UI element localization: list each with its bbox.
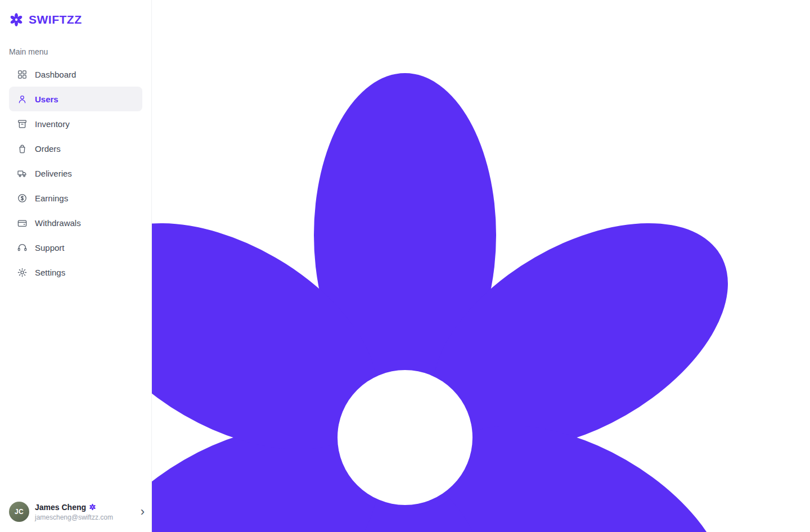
sidebar-item-label: Deliveries [35, 169, 72, 178]
user-icon [17, 94, 28, 105]
sidebar-nav: Dashboard Users Inventory Orders Deliver… [0, 62, 151, 285]
sidebar-section-label: Main menu [0, 33, 151, 62]
sidebar-item-settings[interactable]: Settings [9, 260, 142, 285]
archive-box-icon [17, 119, 28, 129]
sidebar-item-label: Earnings [35, 193, 68, 203]
sidebar-item-support[interactable]: Support [9, 235, 142, 260]
sidebar-item-inventory[interactable]: Inventory [9, 111, 142, 136]
sidebar-item-label: Dashboard [35, 70, 76, 79]
sidebar-item-withdrawals[interactable]: Withdrawals [9, 210, 142, 235]
sidebar-item-label: Withdrawals [35, 218, 81, 228]
avatar: JC [9, 502, 29, 522]
dashboard-icon [17, 69, 28, 80]
sidebar-item-label: Users [35, 94, 58, 104]
shopping-bag-icon [17, 143, 28, 154]
flower-badge-icon [89, 503, 96, 511]
sidebar-profile[interactable]: JC James Cheng jamescheng@swiftzz.com › [9, 502, 145, 522]
sidebar-item-dashboard[interactable]: Dashboard [9, 62, 142, 87]
sidebar-item-users[interactable]: Users [9, 87, 142, 111]
profile-email: jamescheng@swiftzz.com [35, 513, 135, 521]
wallet-icon [17, 218, 28, 228]
sidebar: SWIFTZZ Main menu Dashboard Users Invent… [0, 0, 152, 532]
headset-icon [17, 242, 28, 253]
dollar-coin-icon [17, 193, 28, 204]
chevron-right-icon[interactable]: › [141, 506, 145, 518]
flower-logo-icon [9, 12, 24, 27]
sidebar-item-label: Settings [35, 268, 65, 277]
sidebar-item-label: Support [35, 243, 65, 253]
sidebar-item-deliveries[interactable]: Deliveries [9, 161, 142, 186]
gear-icon [17, 267, 28, 278]
sidebar-item-orders[interactable]: Orders [9, 136, 142, 161]
brand-logo: SWIFTZZ [0, 0, 151, 33]
truck-icon [17, 168, 28, 179]
sidebar-item-label: Inventory [35, 119, 70, 129]
brand-name: SWIFTZZ [29, 13, 82, 26]
profile-name: James Cheng [35, 503, 86, 512]
sidebar-item-label: Orders [35, 144, 61, 154]
sidebar-item-earnings[interactable]: Earnings [9, 186, 142, 210]
